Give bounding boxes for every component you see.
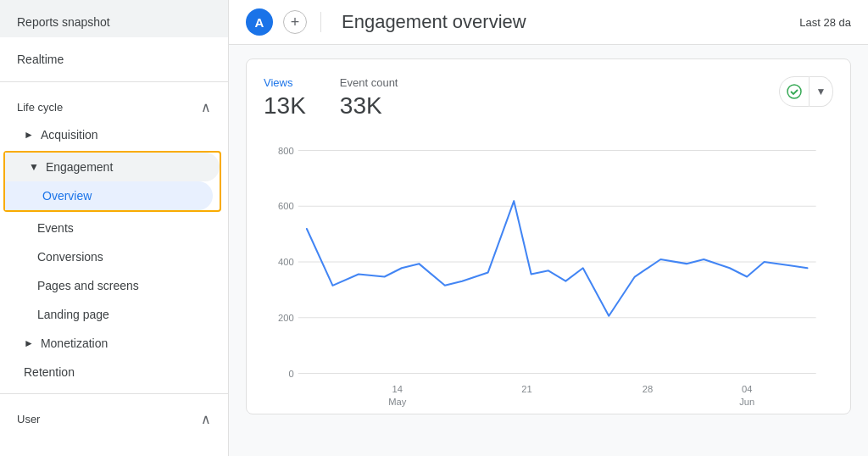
svg-point-0 [787, 85, 801, 98]
sidebar-item-landing-page[interactable]: Landing page [0, 300, 221, 329]
pages-and-screens-label: Pages and screens [37, 279, 139, 292]
views-value: 13K [264, 92, 306, 120]
sidebar-item-acquisition[interactable]: ► Acquisition [0, 120, 221, 149]
svg-text:04: 04 [742, 384, 752, 394]
metrics-row: Views 13K Event count 33K ▼ [264, 76, 833, 120]
svg-text:800: 800 [278, 146, 294, 156]
sidebar-item-retention[interactable]: Retention [0, 358, 221, 386]
svg-text:21: 21 [521, 384, 531, 394]
monetization-label: Monetization [41, 336, 108, 350]
views-metric: Views 13K [264, 76, 306, 120]
sidebar-divider-2 [0, 393, 228, 394]
page-title: Engagement overview [342, 11, 526, 33]
engagement-label: Engagement [46, 160, 113, 174]
dropdown-button[interactable]: ▼ [810, 76, 833, 107]
events-label: Events [37, 221, 74, 235]
sidebar-item-realtime[interactable]: Realtime [0, 37, 228, 75]
chart-card: Views 13K Event count 33K ▼ [246, 58, 851, 414]
chevron-right-icon: ► [24, 129, 34, 141]
chevron-down-icon-user: ∧ [201, 411, 211, 427]
chevron-down-icon-dropdown: ▼ [816, 86, 826, 97]
svg-text:28: 28 [643, 384, 653, 394]
lifecycle-label: Life cycle [17, 101, 63, 114]
date-range: Last 28 da [799, 16, 851, 29]
reports-snapshot-label: Reports snapshot [17, 15, 110, 29]
sidebar-item-overview[interactable]: Overview [5, 181, 213, 210]
sidebar-item-pages-and-screens[interactable]: Pages and screens [0, 271, 221, 300]
user-section[interactable]: User ∧ [0, 401, 228, 432]
landing-page-label: Landing page [37, 308, 109, 321]
sidebar-item-events[interactable]: Events [0, 214, 221, 242]
avatar-letter: A [255, 15, 264, 30]
sidebar-item-engagement[interactable]: ▼ Engagement [5, 153, 220, 181]
checkmark-icon [787, 84, 802, 99]
chevron-right-icon-monetization: ► [24, 337, 34, 349]
chart-container: 800 600 400 200 0 14 May 21 28 04 Jun [264, 133, 833, 412]
lifecycle-section[interactable]: Life cycle ∧ [0, 89, 228, 120]
svg-text:May: May [388, 397, 407, 407]
avatar[interactable]: A [246, 8, 273, 36]
plus-icon: + [291, 14, 300, 31]
sidebar-item-reports-snapshot[interactable]: Reports snapshot [0, 0, 228, 37]
content-area: Views 13K Event count 33K ▼ [229, 45, 868, 456]
metric-actions: ▼ [779, 76, 833, 107]
svg-text:14: 14 [392, 384, 403, 394]
user-label: User [17, 413, 40, 425]
main-content: A + Engagement overview Last 28 da Views… [229, 0, 868, 456]
sidebar-item-conversions[interactable]: Conversions [0, 242, 221, 271]
svg-text:600: 600 [278, 201, 294, 211]
check-button[interactable] [779, 76, 810, 107]
retention-label: Retention [24, 365, 75, 379]
svg-text:200: 200 [278, 313, 294, 323]
sidebar-item-monetization[interactable]: ► Monetization [0, 329, 221, 358]
sidebar-divider-1 [0, 81, 228, 82]
sidebar: Reports snapshot Realtime Life cycle ∧ ►… [0, 0, 229, 456]
realtime-label: Realtime [17, 53, 64, 66]
event-count-label: Event count [340, 76, 398, 89]
header-divider [320, 12, 321, 32]
header-bar: A + Engagement overview Last 28 da [229, 0, 868, 45]
event-count-metric: Event count 33K [340, 76, 398, 120]
svg-text:0: 0 [288, 369, 293, 379]
chevron-down-icon: ▼ [29, 161, 39, 173]
views-label: Views [264, 76, 306, 89]
svg-text:400: 400 [278, 257, 294, 267]
conversions-label: Conversions [37, 250, 103, 264]
overview-label: Overview [42, 189, 92, 203]
acquisition-label: Acquisition [41, 128, 98, 142]
add-button[interactable]: + [283, 10, 307, 34]
event-count-value: 33K [340, 92, 398, 120]
chevron-up-icon: ∧ [201, 99, 211, 115]
chart-svg: 800 600 400 200 0 14 May 21 28 04 Jun [264, 133, 833, 412]
svg-text:Jun: Jun [739, 397, 754, 407]
